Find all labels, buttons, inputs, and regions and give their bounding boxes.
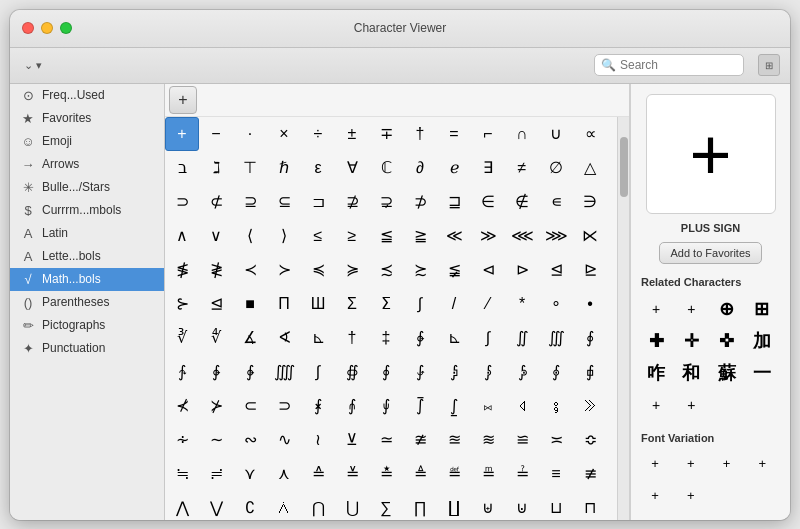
char-cell[interactable]: ⟩ (267, 219, 301, 253)
char-cell[interactable]: ⊴ (539, 253, 573, 287)
close-button[interactable] (22, 22, 34, 34)
char-cell[interactable]: ∲ (403, 321, 437, 355)
char-cell[interactable]: ∨ (199, 219, 233, 253)
char-cell[interactable]: ⋎ (233, 457, 267, 491)
char-cell[interactable]: ∋ (573, 185, 607, 219)
sidebar-item-favorites[interactable]: ★ Favorites (10, 107, 164, 130)
char-cell[interactable]: ⋉ (573, 219, 607, 253)
related-cell[interactable]: + (676, 294, 706, 324)
char-cell[interactable]: ⋙ (539, 219, 573, 253)
char-cell[interactable]: ⊱ (165, 287, 199, 321)
char-cell[interactable]: ∮ (573, 321, 607, 355)
sidebar-item-pictographs[interactable]: ✏ Pictographs (10, 314, 164, 337)
related-cell[interactable]: ✚ (641, 326, 671, 356)
char-cell[interactable]: ≚ (335, 457, 369, 491)
char-cell[interactable]: ∩ (505, 117, 539, 151)
char-cell[interactable]: ≋ (471, 423, 505, 457)
char-cell[interactable]: ∅ (539, 151, 573, 185)
char-cell[interactable]: ⊐ (301, 185, 335, 219)
char-cell[interactable]: ⩑ (267, 491, 301, 520)
char-cell[interactable]: ‡ (369, 321, 403, 355)
char-cell[interactable]: ⊂ (233, 389, 267, 423)
char-cell[interactable]: ∁ (233, 491, 267, 520)
back-button[interactable]: ⌄ ▾ (20, 57, 46, 74)
related-cell[interactable]: ⊞ (747, 294, 777, 324)
char-cell[interactable]: ⊉ (335, 185, 369, 219)
char-cell[interactable]: ∕ (471, 287, 505, 321)
char-cell[interactable]: ≇ (403, 423, 437, 457)
char-cell[interactable]: ≥ (335, 219, 369, 253)
char-cell[interactable]: × (267, 117, 301, 151)
char-cell[interactable]: ⨌ (267, 355, 301, 389)
add-to-favorites-button[interactable]: Add to Favorites (659, 242, 761, 264)
char-cell[interactable]: ⊵ (573, 253, 607, 287)
char-cell[interactable]: ∧ (165, 219, 199, 253)
related-cell[interactable]: 一 (747, 358, 777, 388)
char-cell[interactable]: Ш (301, 287, 335, 321)
char-cell[interactable]: ∻ (165, 423, 199, 457)
char-cell[interactable]: ⊔ (539, 491, 573, 520)
sidebar-item-letters[interactable]: A Lette...bols (10, 245, 164, 268)
char-cell[interactable]: △ (573, 151, 607, 185)
char-cell[interactable]: ∬ (505, 321, 539, 355)
char-cell[interactable]: ∉ (505, 185, 539, 219)
char-cell[interactable]: ⊅ (403, 185, 437, 219)
char-cell[interactable]: ℯ (437, 151, 471, 185)
char-cell[interactable]: ≻ (267, 253, 301, 287)
char-cell[interactable]: ≓ (199, 457, 233, 491)
char-cell[interactable]: ℏ (267, 151, 301, 185)
related-cell[interactable]: ⊕ (712, 294, 742, 324)
char-cell[interactable]: ⊤ (233, 151, 267, 185)
char-cell[interactable]: ≤ (301, 219, 335, 253)
char-cell[interactable]: ⊍ (505, 491, 539, 520)
maximize-button[interactable] (60, 22, 72, 34)
char-cell[interactable]: ⊓ (573, 491, 607, 520)
char-cell[interactable]: ⨕ (539, 355, 573, 389)
char-cell[interactable]: √ (607, 287, 617, 321)
char-cell[interactable]: ⊄ (199, 185, 233, 219)
char-cell[interactable]: ≠ (505, 151, 539, 185)
char-cell[interactable]: ≒ (165, 457, 199, 491)
char-cell[interactable]: ⨞ (505, 389, 539, 423)
char-cell[interactable]: ב (165, 151, 199, 185)
char-cell[interactable]: ≐ (607, 423, 617, 457)
char-cell[interactable]: ≛ (369, 457, 403, 491)
font-variation-cell[interactable]: + (641, 482, 669, 510)
char-cell[interactable]: ⋊ (607, 219, 617, 253)
sidebar-item-punctuation[interactable]: ✦ Punctuation (10, 337, 164, 360)
char-cell[interactable]: ⊕ (607, 491, 617, 520)
char-cell[interactable]: ⊁ (199, 389, 233, 423)
related-cell[interactable] (747, 390, 777, 420)
char-cell[interactable]: ≝ (437, 457, 471, 491)
char-cell[interactable]: ∊ (539, 185, 573, 219)
char-cell[interactable]: ∼ (199, 423, 233, 457)
char-cell[interactable]: − (199, 117, 233, 151)
char-cell[interactable]: ≹ (199, 253, 233, 287)
char-grid-scroll[interactable]: +−·×÷±∓†=⌐∩∪∝∞אבℷ⊤ℏε∀ℂ∂ℯ∃≠∅△∇ℂ⊃⊄⊇⊆⊐⊉⊋⊅⊒∈… (165, 117, 617, 520)
font-variation-cell[interactable]: + (677, 482, 705, 510)
char-cell[interactable]: ∯ (335, 355, 369, 389)
char-cell[interactable]: ⋘ (505, 219, 539, 253)
char-cell[interactable]: ≨ (437, 253, 471, 287)
char-cell[interactable]: ⊰ (607, 253, 617, 287)
char-cell[interactable]: ∡ (233, 321, 267, 355)
font-variation-cell[interactable]: + (641, 450, 669, 478)
char-cell[interactable]: ∇ (607, 151, 617, 185)
char-cell[interactable]: † (403, 117, 437, 151)
char-cell[interactable]: ≽ (335, 253, 369, 287)
char-cell[interactable]: ≡ (539, 457, 573, 491)
char-cell[interactable]: ≞ (471, 457, 505, 491)
char-cell[interactable]: ⌐ (471, 117, 505, 151)
char-cell[interactable]: ⨛ (403, 389, 437, 423)
char-cell[interactable]: ∫ (471, 321, 505, 355)
char-cell[interactable]: ⊎ (471, 491, 505, 520)
char-cell[interactable]: ⊇ (233, 185, 267, 219)
char-cell[interactable]: ⊳ (505, 253, 539, 287)
scrollbar-thumb[interactable] (620, 137, 628, 197)
char-cell[interactable]: ÷ (301, 117, 335, 151)
char-cell[interactable]: ε (301, 151, 335, 185)
char-cell[interactable]: = (437, 117, 471, 151)
scrollbar[interactable] (617, 117, 629, 520)
char-cell[interactable]: ⨓ (471, 355, 505, 389)
related-cell[interactable]: ✜ (712, 326, 742, 356)
